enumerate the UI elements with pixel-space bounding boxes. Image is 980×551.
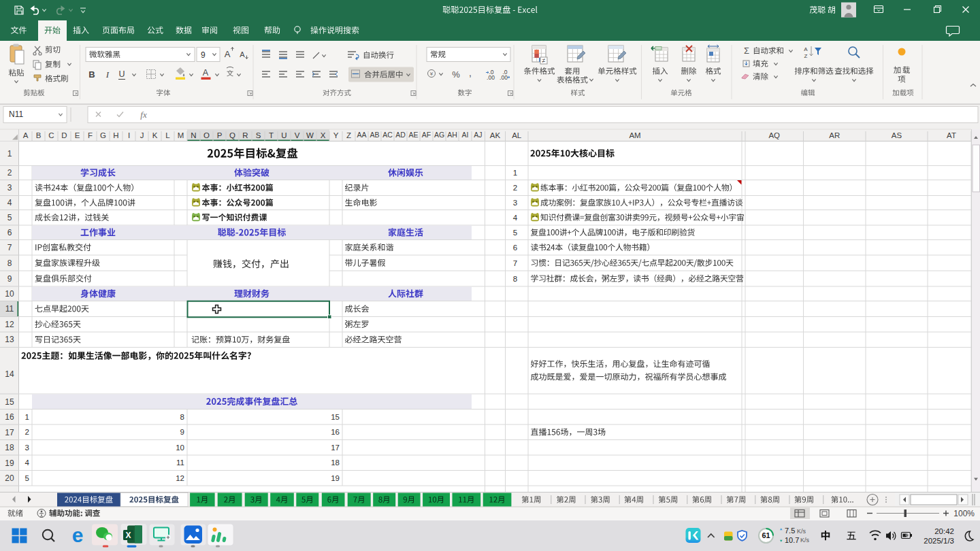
svg-text:G: G: [100, 131, 106, 139]
svg-text:fx: fx: [140, 110, 147, 120]
svg-text:F: F: [88, 131, 93, 139]
svg-text:7.5: 7.5: [785, 527, 795, 535]
svg-text:e: e: [72, 524, 84, 546]
svg-text:6: 6: [7, 228, 12, 237]
svg-text:A: A: [240, 50, 245, 59]
svg-text:AF: AF: [422, 131, 431, 139]
svg-text:15: 15: [5, 397, 14, 407]
svg-text:2: 2: [513, 184, 517, 192]
svg-text:J: J: [140, 131, 144, 139]
svg-text:Σ: Σ: [744, 46, 749, 56]
svg-text:M: M: [178, 131, 184, 139]
svg-text:A: A: [203, 68, 209, 78]
svg-text:17: 17: [5, 428, 14, 437]
svg-text:N: N: [191, 131, 196, 139]
svg-text:B: B: [36, 131, 42, 139]
svg-text:16: 16: [331, 428, 340, 436]
svg-text:10: 10: [176, 444, 184, 452]
svg-text:9: 9: [201, 50, 206, 60]
svg-text:X: X: [321, 131, 326, 139]
svg-text:7: 7: [7, 243, 12, 252]
svg-text:Z: Z: [346, 131, 351, 139]
svg-text:12: 12: [176, 474, 184, 482]
svg-text:A: A: [804, 46, 808, 52]
svg-text:13: 13: [5, 335, 14, 344]
svg-text:100%: 100%: [953, 509, 975, 518]
svg-text:7: 7: [513, 259, 517, 267]
svg-text:K: K: [152, 131, 158, 139]
svg-text:D: D: [61, 131, 67, 139]
svg-text:10: 10: [5, 289, 14, 299]
svg-text:T: T: [269, 131, 274, 139]
svg-text:4: 4: [513, 214, 518, 222]
svg-text:2025/1/3: 2025/1/3: [924, 537, 954, 545]
svg-text:X: X: [125, 531, 131, 540]
svg-text:3: 3: [25, 444, 29, 452]
svg-text:AL: AL: [512, 131, 522, 139]
svg-text:8: 8: [180, 413, 184, 421]
svg-text:U: U: [118, 69, 125, 79]
svg-text:16: 16: [5, 412, 14, 422]
svg-text:14: 14: [5, 369, 14, 379]
svg-text:W: W: [306, 131, 314, 139]
svg-text:19: 19: [331, 474, 340, 482]
svg-text:2: 2: [7, 168, 12, 178]
svg-text:A: A: [23, 131, 29, 139]
svg-text:3: 3: [7, 183, 12, 193]
svg-text:N11: N11: [9, 110, 23, 119]
svg-text:5: 5: [513, 229, 517, 237]
svg-text:1: 1: [7, 149, 12, 158]
svg-text:B: B: [88, 69, 95, 80]
svg-text:AT: AT: [947, 131, 956, 139]
svg-text:¥: ¥: [429, 71, 434, 77]
svg-text:A: A: [225, 49, 231, 59]
svg-text:AD: AD: [395, 131, 406, 139]
svg-text:10.7: 10.7: [785, 536, 799, 544]
svg-text:K/s: K/s: [800, 537, 810, 544]
svg-text:8: 8: [513, 275, 517, 283]
svg-text:AC: AC: [382, 131, 393, 139]
svg-text:6: 6: [513, 244, 517, 252]
svg-text:9: 9: [180, 428, 184, 436]
svg-text:AA: AA: [357, 131, 366, 139]
svg-text:1: 1: [513, 169, 517, 177]
svg-text:K/s: K/s: [797, 528, 806, 535]
svg-text:.00: .00: [487, 74, 495, 81]
svg-text:11: 11: [5, 304, 14, 314]
svg-text:3: 3: [513, 199, 517, 207]
svg-text:AR: AR: [829, 131, 840, 139]
svg-text:AM: AM: [629, 131, 640, 139]
svg-text:9: 9: [7, 274, 12, 284]
svg-text:V: V: [295, 131, 300, 139]
svg-text:H: H: [113, 131, 118, 139]
svg-text:4: 4: [7, 198, 12, 207]
svg-text:P: P: [217, 131, 223, 139]
svg-text:O: O: [203, 131, 210, 139]
svg-text:C: C: [48, 131, 54, 139]
svg-text:Z: Z: [804, 53, 808, 59]
svg-text:4: 4: [25, 458, 30, 467]
svg-text:I: I: [128, 131, 130, 139]
svg-text:I: I: [105, 69, 110, 80]
svg-text:L: L: [165, 131, 170, 139]
svg-text:Q: Q: [229, 131, 235, 139]
svg-text:20:42: 20:42: [934, 527, 954, 535]
svg-text:AS: AS: [892, 131, 902, 139]
svg-text:5: 5: [25, 474, 29, 482]
svg-text:15: 15: [331, 413, 340, 421]
svg-text:19: 19: [5, 458, 14, 468]
svg-text:%: %: [452, 69, 460, 80]
svg-text:1: 1: [25, 413, 29, 421]
svg-text:5: 5: [7, 213, 12, 222]
svg-text:AG: AG: [434, 131, 444, 139]
svg-text:12: 12: [5, 320, 14, 329]
svg-text:AB: AB: [370, 131, 379, 139]
svg-text:AJ: AJ: [474, 131, 482, 139]
svg-text:20: 20: [5, 473, 14, 483]
svg-text:U: U: [281, 131, 287, 139]
svg-text:18: 18: [5, 443, 14, 452]
svg-text:AH: AH: [447, 131, 457, 139]
svg-text:8: 8: [7, 258, 12, 268]
svg-text:AQ: AQ: [768, 131, 780, 139]
svg-text:11: 11: [176, 458, 184, 467]
